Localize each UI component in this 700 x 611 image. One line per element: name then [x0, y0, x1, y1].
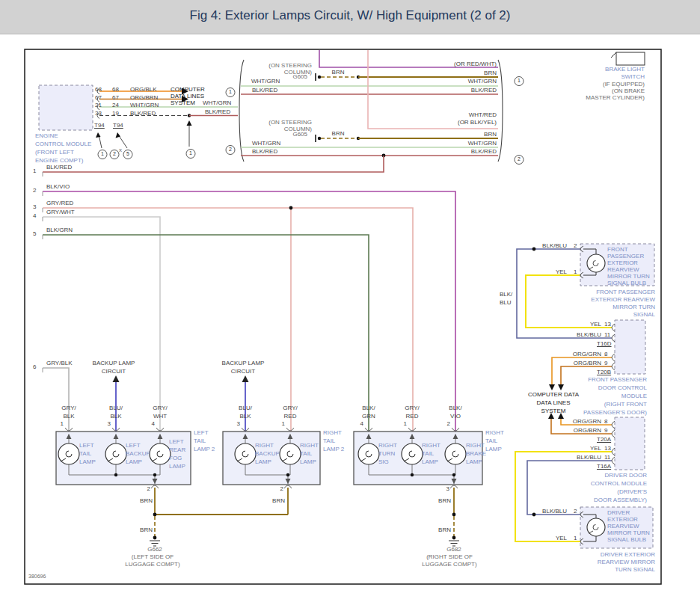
bulb-label: LAMP: [422, 459, 438, 466]
wire-label: BRN: [140, 498, 153, 505]
wire-label: BLK/RED: [130, 111, 156, 117]
component-label: SIGNAL: [633, 312, 655, 319]
bulb-label: TAIL: [300, 451, 312, 458]
component-label: CONTROL MODULE: [591, 481, 647, 488]
wire-label: BRN: [438, 527, 451, 534]
pin-number: 2: [447, 421, 450, 428]
row-number: 2: [33, 188, 36, 194]
pin-number: 11: [604, 455, 610, 461]
wire-label: ORG/GRN: [573, 351, 601, 358]
component-label: TAIL: [485, 438, 497, 445]
wire-label: BLK/: [449, 405, 461, 412]
wire-label: GRY/BLK: [46, 360, 73, 367]
pin-number: 67: [112, 95, 119, 102]
circled-ref: 1: [186, 149, 196, 159]
circuit-label: BACKUP LAMP: [222, 360, 265, 367]
wire-label: BLU: [500, 300, 512, 307]
wire-label: WHT/GRN: [130, 102, 159, 109]
wire-label: RED: [406, 414, 419, 420]
bulb-label: RIGHT: [378, 443, 397, 449]
wire-label: BLK/GRN: [46, 227, 73, 234]
bulb-label: TURN: [378, 451, 395, 458]
wire-label: BLK/BLU: [577, 332, 601, 339]
wire-label: BLK/RED: [471, 149, 497, 156]
ground-label: G662: [147, 547, 162, 553]
bulb-label: LAMP: [255, 459, 271, 466]
wire-label: (OR RED/WHT): [454, 61, 497, 68]
pin-number: 4: [152, 421, 155, 428]
wire-label: WHT: [153, 414, 167, 420]
pin-number: 68: [112, 87, 119, 93]
pin-number: 3: [237, 421, 240, 428]
component-label: TAIL: [194, 438, 206, 445]
diagram-reference-number: 380696: [28, 574, 46, 580]
component-label: (FRONT LEFT: [35, 150, 74, 156]
component-label: TURN SIGNAL: [615, 567, 655, 574]
component-label: REARVIEW MIRROR: [598, 559, 655, 566]
connector-label: T16D: [597, 341, 612, 348]
bulb-label: FOG: [169, 455, 182, 462]
bulb-label: RIGHT: [300, 443, 319, 449]
wire-label: BLU/: [109, 405, 123, 412]
wire-label: BLK/RED: [205, 109, 230, 116]
component-label: (RIGHT FRONT: [604, 402, 647, 408]
wire-label: BLK/: [362, 405, 375, 412]
wire-label: YEL: [590, 446, 601, 452]
wire-label: BLK/VIO: [46, 184, 70, 191]
wire-label: RED: [284, 414, 297, 420]
wire-label: BLK/BLU: [542, 509, 567, 515]
wire-label: BLK/RED: [471, 87, 497, 94]
bulb-label: LAMP: [300, 459, 316, 466]
pin-number: 3: [446, 486, 449, 493]
wire-label: ORG/BRN: [130, 95, 158, 102]
pin-number: 33: [95, 111, 102, 117]
wire-label: WHT/RED: [469, 112, 497, 119]
wire-label: BLK/: [500, 292, 512, 298]
wire-label: GRN: [362, 414, 375, 420]
wire-label: BLU/: [239, 405, 252, 412]
bulb-label: SIG: [378, 459, 389, 466]
pin-number: 9: [604, 428, 607, 435]
row-number: 4: [33, 213, 36, 220]
circled-ref: 5: [123, 150, 133, 159]
circled-ref: 1: [515, 76, 524, 86]
ground-label: G682: [446, 547, 461, 553]
pin-number: 24: [112, 102, 119, 109]
pin-number: 3: [108, 421, 111, 428]
connector-label: T20B: [597, 369, 611, 376]
wire-label: BLK/RED: [252, 149, 277, 156]
component-label: TAIL: [323, 438, 335, 445]
component-label: BRAKE LIGHT: [605, 67, 645, 73]
bulb-label: BACKUP: [126, 451, 150, 458]
pin-number: 4: [360, 421, 363, 428]
component-label: LAMP 2: [194, 446, 215, 453]
wire-label: GRY/WHT: [46, 209, 75, 216]
bulb-label: LAMP: [79, 459, 96, 466]
component-label: MODULE: [621, 393, 647, 400]
wire-label: BLK: [110, 414, 121, 420]
bulb-label: TAIL: [79, 451, 91, 458]
ground-label: LUGGAGE COMPT): [125, 562, 179, 568]
wire-label: ORG/BRN: [574, 360, 601, 367]
row-number: 3: [33, 204, 36, 211]
pin-number: 13: [604, 446, 611, 452]
pin-number: 1: [574, 535, 577, 542]
system-label: DATA LINES: [536, 400, 570, 407]
connector-label: T94: [94, 123, 105, 129]
bulb-label: LEFT: [79, 443, 94, 449]
bulb-label: TAIL: [422, 451, 434, 458]
pin-number: 2: [280, 486, 283, 493]
ground-label: (RIGHT SIDE OF: [426, 554, 473, 561]
system-label: SYSTEM: [171, 100, 195, 107]
component-label: SIGNAL BULB: [607, 537, 646, 544]
wire-label: WHT/GRN: [468, 141, 497, 147]
bulb-label: LAMP: [466, 459, 482, 466]
diagram-labels-layer: 6868ORG/BLK6767ORG/BRN2124WHT/GRN3319BLK…: [0, 0, 700, 611]
pin-number: 68: [95, 87, 102, 93]
ground-label: G605: [292, 132, 307, 138]
wire-label: YEL: [556, 535, 567, 542]
pin-number: 21: [95, 102, 102, 109]
bulb-label: LEFT: [169, 439, 184, 446]
wire-label: YEL: [590, 322, 601, 328]
circuit-label: CIRCUIT: [231, 369, 255, 375]
